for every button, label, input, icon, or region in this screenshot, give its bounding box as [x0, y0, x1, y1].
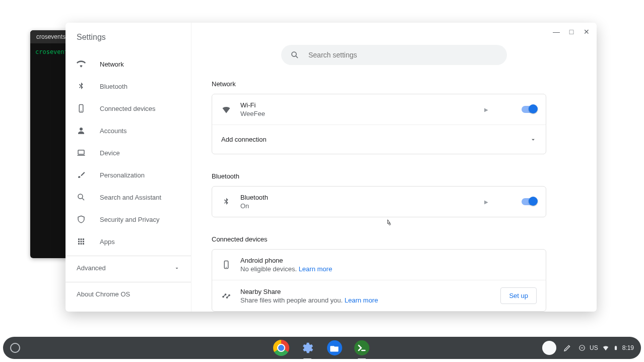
search-bar[interactable]	[281, 45, 507, 65]
svg-point-16	[292, 52, 296, 56]
svg-point-23	[229, 294, 230, 295]
launcher-button[interactable]	[10, 343, 20, 353]
chevron-right-icon: ▶	[484, 107, 488, 112]
shelf: US 8:19	[3, 337, 641, 359]
main-content: Network Wi-Fi WeeFee ▶	[191, 23, 597, 312]
sidebar-item-label: Connected devices	[100, 105, 156, 112]
sidebar-item-label: Device	[100, 149, 120, 157]
svg-point-22	[226, 296, 227, 297]
settings-app-icon[interactable]	[298, 339, 316, 357]
settings-window: — □ ✕ Settings Network Bluetooth	[66, 23, 597, 312]
sidebar-item-security-privacy[interactable]: Security and Privacy	[66, 208, 191, 230]
svg-rect-8	[81, 238, 82, 240]
bluetooth-card: Bluetooth On ▶	[212, 186, 546, 217]
svg-rect-12	[83, 241, 84, 243]
bluetooth-row[interactable]: Bluetooth On ▶	[212, 187, 546, 217]
wifi-label: Wi-Fi	[240, 101, 475, 109]
svg-point-2	[80, 128, 83, 131]
shield-icon	[77, 215, 86, 224]
bluetooth-icon	[221, 197, 231, 207]
settings-title: Settings	[66, 33, 191, 53]
wifi-row[interactable]: Wi-Fi WeeFee ▶	[212, 94, 546, 125]
brush-icon	[77, 170, 86, 179]
nearby-share-icon	[221, 291, 231, 301]
maximize-button[interactable]: □	[565, 26, 577, 38]
sidebar-item-search-assistant[interactable]: Search and Assistant	[66, 186, 191, 208]
laptop-icon	[77, 148, 86, 157]
svg-rect-3	[78, 150, 84, 154]
wifi-network-name: WeeFee	[240, 110, 475, 117]
search-input[interactable]	[308, 51, 498, 59]
phone-icon	[77, 104, 86, 113]
sidebar-item-label: Bluetooth	[100, 83, 127, 90]
sidebar-item-label: Security and Privacy	[100, 216, 160, 223]
sidebar-advanced[interactable]: Advanced	[66, 256, 191, 279]
svg-rect-30	[615, 346, 617, 350]
connected-devices-card: Android phone No eligible devices. Learn…	[212, 249, 546, 312]
android-phone-label: Android phone	[240, 257, 537, 264]
nearby-learn-more-link[interactable]: Learn more	[345, 296, 378, 304]
close-button[interactable]: ✕	[581, 26, 593, 38]
wifi-toggle[interactable]	[522, 106, 537, 113]
status-tray[interactable]: US 8:19	[578, 344, 634, 352]
section-title-connected: Connected devices	[212, 235, 546, 243]
sidebar-item-personalization[interactable]: Personalization	[66, 164, 191, 186]
advanced-label: Advanced	[77, 264, 106, 272]
svg-line-17	[296, 56, 298, 58]
chevron-down-icon	[530, 136, 537, 143]
clock: 8:19	[622, 344, 634, 351]
setup-button[interactable]: Set up	[500, 287, 537, 304]
bluetooth-toggle[interactable]	[522, 198, 537, 205]
minimize-button[interactable]: —	[550, 26, 562, 38]
section-title-network: Network	[212, 80, 546, 88]
person-icon	[77, 126, 86, 135]
wifi-icon	[77, 59, 86, 69]
sidebar-item-label: Accounts	[100, 127, 126, 135]
nearby-share-sub: Share files with people around you.	[240, 296, 343, 304]
terminal-app-icon[interactable]	[353, 339, 371, 357]
sidebar-item-network[interactable]: Network	[66, 53, 191, 75]
stylus-icon[interactable]	[563, 344, 571, 352]
section-title-bluetooth: Bluetooth	[212, 172, 546, 180]
sidebar: Settings Network Bluetooth	[66, 23, 191, 312]
svg-rect-9	[83, 238, 84, 240]
notification-icon	[578, 344, 586, 351]
search-icon	[290, 50, 299, 59]
nearby-share-row[interactable]: Nearby Share Share files with people aro…	[212, 280, 546, 311]
battery-status-icon	[613, 344, 618, 352]
shelf-status-area[interactable]: US 8:19	[542, 341, 634, 355]
svg-point-5	[78, 194, 83, 199]
shelf-pinned-apps	[273, 339, 371, 357]
wifi-status-icon	[602, 344, 609, 351]
search-icon	[77, 193, 86, 202]
sidebar-item-bluetooth[interactable]: Bluetooth	[66, 75, 191, 97]
wifi-signal-icon	[221, 104, 231, 114]
sidebar-about[interactable]: About Chrome OS	[66, 282, 191, 298]
svg-rect-13	[78, 243, 80, 245]
svg-rect-11	[81, 241, 82, 243]
add-connection-row[interactable]: Add connection	[212, 125, 546, 154]
svg-point-20	[223, 296, 224, 297]
android-phone-sub: No eligible devices.	[240, 265, 297, 273]
sidebar-item-label: Apps	[100, 238, 115, 246]
bluetooth-status: On	[240, 202, 475, 210]
chevron-right-icon: ▶	[484, 199, 488, 205]
chrome-app-icon[interactable]	[273, 340, 289, 356]
android-phone-row[interactable]: Android phone No eligible devices. Learn…	[212, 250, 546, 280]
phone-icon	[221, 260, 231, 270]
android-learn-more-link[interactable]: Learn more	[299, 265, 332, 273]
svg-rect-31	[615, 346, 616, 346]
svg-rect-7	[78, 238, 80, 240]
svg-rect-15	[83, 243, 84, 245]
sidebar-item-device[interactable]: Device	[66, 142, 191, 164]
svg-line-6	[82, 198, 84, 200]
files-app-icon[interactable]	[326, 339, 344, 357]
sidebar-item-accounts[interactable]: Accounts	[66, 119, 191, 142]
network-card: Wi-Fi WeeFee ▶ Add connection	[212, 94, 546, 154]
nearby-share-label: Nearby Share	[240, 288, 491, 295]
svg-rect-14	[81, 243, 82, 245]
locale-indicator: US	[590, 344, 598, 351]
sidebar-item-connected-devices[interactable]: Connected devices	[66, 97, 191, 119]
avatar[interactable]	[542, 341, 556, 355]
sidebar-item-apps[interactable]: Apps	[66, 230, 191, 253]
